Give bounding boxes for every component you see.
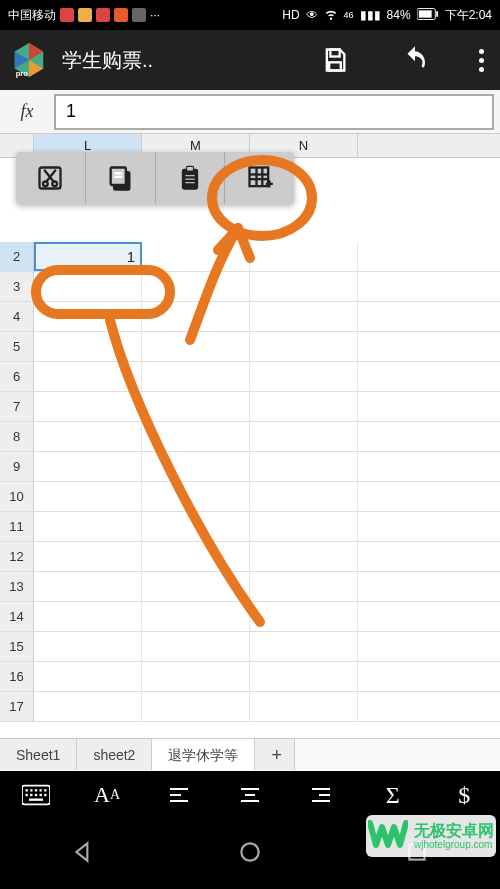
- wifi-icon: [324, 7, 338, 24]
- svg-rect-8: [330, 50, 339, 57]
- sheet-tab-3[interactable]: 退学休学等: [152, 739, 255, 770]
- row-header-14[interactable]: 14: [0, 602, 34, 631]
- app-toolbar: pro 学生购票..: [0, 30, 500, 90]
- nav-home-button[interactable]: [237, 839, 263, 869]
- align-center-button[interactable]: [236, 781, 264, 809]
- svg-point-11: [43, 182, 48, 187]
- table-row: 2 1: [0, 242, 500, 272]
- copy-button[interactable]: [86, 152, 156, 204]
- add-sheet-button[interactable]: +: [255, 739, 295, 770]
- cell-L2[interactable]: 1: [34, 242, 142, 271]
- table-row: 3: [0, 272, 500, 302]
- context-toolbar: [16, 152, 294, 204]
- cell-M2[interactable]: [142, 242, 250, 271]
- hd-indicator: HD: [282, 8, 299, 22]
- table-row: 7: [0, 392, 500, 422]
- table-row: 11: [0, 512, 500, 542]
- table-row: 13: [0, 572, 500, 602]
- svg-rect-32: [35, 789, 37, 791]
- status-app-icon-4: [114, 8, 128, 22]
- row-header-11[interactable]: 11: [0, 512, 34, 541]
- watermark-url: wjhotelgroup.com: [414, 839, 494, 850]
- row-header-16[interactable]: 16: [0, 662, 34, 691]
- sum-button[interactable]: Σ: [379, 781, 407, 809]
- battery-label: 84%: [387, 8, 411, 22]
- svg-rect-38: [39, 794, 41, 796]
- row-header-17[interactable]: 17: [0, 692, 34, 721]
- status-app-icon-2: [78, 8, 92, 22]
- table-row: 17: [0, 692, 500, 722]
- paste-button[interactable]: [156, 152, 226, 204]
- row-header-8[interactable]: 8: [0, 422, 34, 451]
- save-button[interactable]: [319, 44, 351, 76]
- svg-point-51: [241, 843, 258, 860]
- sheet-area: L M N 2 1 3 4 5 6 7 8 9 10 11 12 13 14 1…: [0, 134, 500, 770]
- table-row: 4: [0, 302, 500, 332]
- row-header-13[interactable]: 13: [0, 572, 34, 601]
- row-header-7[interactable]: 7: [0, 392, 34, 421]
- status-app-icon-1: [60, 8, 74, 22]
- table-row: 6: [0, 362, 500, 392]
- app-title: 学生购票..: [62, 47, 305, 74]
- cut-button[interactable]: [16, 152, 86, 204]
- table-row: 5: [0, 332, 500, 362]
- signal-label: 46: [344, 10, 354, 20]
- cell-N2[interactable]: [250, 242, 358, 271]
- svg-rect-22: [249, 168, 268, 187]
- svg-rect-37: [35, 794, 37, 796]
- menu-button[interactable]: [479, 49, 484, 72]
- signal-bars: ▮▮▮: [360, 8, 381, 22]
- sheet-tab-1[interactable]: Sheet1: [0, 739, 77, 770]
- watermark: 无极安卓网 wjhotelgroup.com: [366, 815, 496, 857]
- status-app-icon-3: [96, 8, 110, 22]
- formula-value: 1: [66, 101, 76, 122]
- svg-rect-33: [39, 789, 41, 791]
- row-header-15[interactable]: 15: [0, 632, 34, 661]
- status-left: 中国移动 ···: [8, 7, 160, 24]
- battery-icon: [417, 8, 439, 23]
- grid[interactable]: 2 1 3 4 5 6 7 8 9 10 11 12 13 14 15 16 1…: [0, 158, 500, 722]
- font-button[interactable]: AA: [93, 781, 121, 809]
- row-header-6[interactable]: 6: [0, 362, 34, 391]
- svg-marker-50: [77, 843, 88, 860]
- table-row: 15: [0, 632, 500, 662]
- keyboard-button[interactable]: [22, 781, 50, 809]
- insert-cell-button[interactable]: [225, 152, 294, 204]
- table-row: 8: [0, 422, 500, 452]
- row-header-10[interactable]: 10: [0, 482, 34, 511]
- table-row: 16: [0, 662, 500, 692]
- svg-rect-36: [30, 794, 32, 796]
- app-logo[interactable]: pro: [10, 41, 48, 79]
- time-label: 下午2:04: [445, 7, 492, 24]
- watermark-title: 无极安卓网: [414, 822, 494, 840]
- svg-rect-40: [29, 799, 43, 801]
- nav-back-button[interactable]: [70, 839, 96, 869]
- sheet-tab-2[interactable]: sheet2: [77, 739, 152, 770]
- table-row: 10: [0, 482, 500, 512]
- fx-label[interactable]: fx: [6, 101, 48, 122]
- formula-input[interactable]: 1: [54, 94, 494, 130]
- svg-rect-2: [436, 11, 438, 17]
- svg-rect-30: [25, 789, 27, 791]
- row-header-5[interactable]: 5: [0, 332, 34, 361]
- svg-rect-39: [44, 794, 46, 796]
- row-header-4[interactable]: 4: [0, 302, 34, 331]
- table-row: 14: [0, 602, 500, 632]
- svg-rect-34: [44, 789, 46, 791]
- row-header-9[interactable]: 9: [0, 452, 34, 481]
- undo-button[interactable]: [399, 44, 431, 76]
- status-bar: 中国移动 ··· HD 👁 46 ▮▮▮ 84% 下午2:04: [0, 0, 500, 30]
- svg-point-12: [53, 182, 58, 187]
- row-header-12[interactable]: 12: [0, 542, 34, 571]
- carrier-label: 中国移动: [8, 7, 56, 24]
- align-right-button[interactable]: [307, 781, 335, 809]
- table-row: 12: [0, 542, 500, 572]
- format-bar: AA Σ $: [0, 771, 500, 819]
- formula-bar: fx 1: [0, 90, 500, 134]
- align-left-button[interactable]: [165, 781, 193, 809]
- eye-icon: 👁: [306, 8, 318, 22]
- svg-rect-9: [329, 62, 341, 70]
- currency-button[interactable]: $: [450, 781, 478, 809]
- row-header-3[interactable]: 3: [0, 272, 34, 301]
- row-header-2[interactable]: 2: [0, 242, 34, 271]
